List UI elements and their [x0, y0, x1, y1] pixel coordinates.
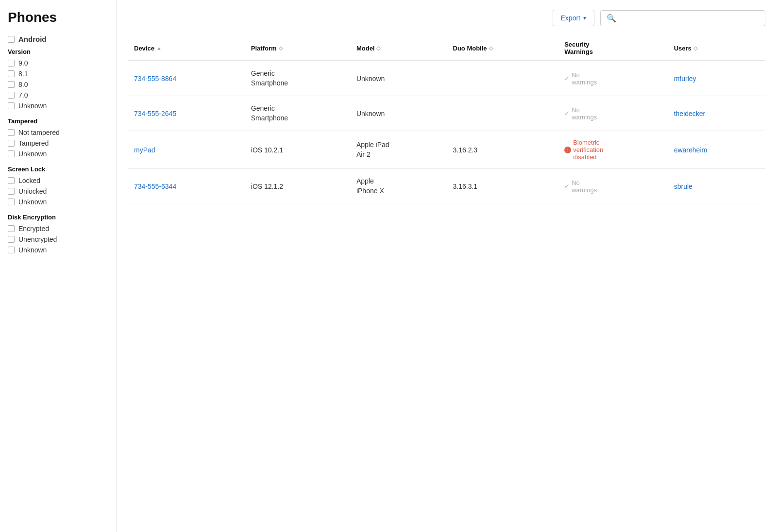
search-icon: 🔍 — [607, 14, 616, 23]
disk-encryption-filter-section: Disk Encryption Encrypted Unencrypted Un… — [8, 214, 108, 254]
platform-sort-icon: ◇ — [279, 45, 283, 51]
user-link[interactable]: theidecker — [674, 110, 706, 117]
device-link[interactable]: 734-555-6344 — [134, 183, 176, 190]
version-70-label: 7.0 — [18, 91, 28, 99]
device-link[interactable]: myPad — [134, 146, 155, 154]
col-users[interactable]: Users ◇ — [668, 36, 765, 61]
col-model[interactable]: Model ◇ — [351, 36, 447, 61]
duo-mobile-cell: 3.16.3.1 — [447, 169, 559, 204]
not-tampered-checkbox[interactable] — [8, 129, 15, 136]
encrypted-label: Encrypted — [18, 225, 49, 233]
platform-value: GenericSmartphone — [251, 104, 288, 122]
tampered-filter-unknown[interactable]: Unknown — [8, 150, 108, 158]
version-81-label: 8.1 — [18, 70, 28, 78]
version-unknown-checkbox[interactable] — [8, 102, 15, 109]
no-warnings-text: Nowarnings — [572, 106, 597, 121]
version-9-checkbox[interactable] — [8, 60, 15, 66]
device-cell: myPad — [128, 131, 245, 169]
android-checkbox[interactable] — [8, 36, 15, 43]
version-filter-unknown[interactable]: Unknown — [8, 102, 108, 110]
screen-lock-filter-locked[interactable]: Locked — [8, 177, 108, 184]
users-cell: theidecker — [668, 96, 765, 131]
model-cell: Apple iPadAir 2 — [351, 131, 447, 169]
table-row: 734-555-8864 GenericSmartphone Unknown ✓ — [128, 61, 765, 96]
device-link[interactable]: 734-555-8864 — [134, 75, 176, 83]
warning-badge-icon: ! — [564, 147, 571, 153]
security-warnings-cell: ✓ Nowarnings — [558, 96, 668, 131]
device-cell: 734-555-6344 — [128, 169, 245, 204]
tampered-unknown-label: Unknown — [18, 150, 47, 158]
model-cell: Unknown — [351, 61, 447, 96]
disk-encryption-filter-unknown[interactable]: Unknown — [8, 246, 108, 254]
model-col-label: Model — [356, 45, 375, 52]
export-label: Export — [561, 14, 580, 22]
version-section-title: Version — [8, 48, 108, 55]
tampered-unknown-checkbox[interactable] — [8, 150, 15, 157]
no-warnings-text: Nowarnings — [572, 179, 597, 194]
model-cell: Unknown — [351, 96, 447, 131]
device-sort-icon: ▲ — [156, 45, 162, 51]
version-81-checkbox[interactable] — [8, 70, 15, 77]
android-filter-header[interactable]: Android — [8, 35, 108, 43]
user-link[interactable]: ewareheim — [674, 146, 707, 154]
unlocked-checkbox[interactable] — [8, 188, 15, 195]
encryption-unknown-checkbox[interactable] — [8, 247, 15, 253]
export-button[interactable]: Export ▾ — [553, 10, 594, 26]
encrypted-checkbox[interactable] — [8, 225, 15, 232]
security-warnings-cell: ✓ Nowarnings — [558, 61, 668, 96]
user-link[interactable]: sbrule — [674, 183, 693, 190]
no-warnings-indicator: ✓ Nowarnings — [564, 179, 662, 194]
version-70-checkbox[interactable] — [8, 92, 15, 99]
version-filter-81[interactable]: 8.1 — [8, 70, 108, 78]
screen-lock-filter-unknown[interactable]: Unknown — [8, 198, 108, 206]
platform-cell: GenericSmartphone — [245, 61, 351, 96]
screen-lock-filter-section: Screen Lock Locked Unlocked Unknown — [8, 166, 108, 206]
table-row: 734-555-2645 GenericSmartphone Unknown ✓ — [128, 96, 765, 131]
duo-mobile-sort-icon: ◇ — [489, 45, 493, 51]
device-link[interactable]: 734-555-2645 — [134, 110, 176, 117]
users-col-label: Users — [674, 45, 692, 52]
disk-encryption-filter-unencrypted[interactable]: Unencrypted — [8, 235, 108, 243]
checkmark-icon: ✓ — [564, 183, 570, 190]
screen-lock-filter-unlocked[interactable]: Unlocked — [8, 187, 108, 195]
no-warnings-indicator: ✓ Nowarnings — [564, 71, 662, 86]
users-cell: sbrule — [668, 169, 765, 204]
screen-lock-unknown-checkbox[interactable] — [8, 199, 15, 205]
tampered-label: Tampered — [18, 139, 49, 147]
search-input[interactable] — [620, 14, 759, 22]
platform-cell: iOS 10.2.1 — [245, 131, 351, 169]
col-platform[interactable]: Platform ◇ — [245, 36, 351, 61]
security-warnings-cell: ✓ Nowarnings — [558, 169, 668, 204]
version-filter-80[interactable]: 8.0 — [8, 81, 108, 88]
col-duo-mobile[interactable]: Duo Mobile ◇ — [447, 36, 559, 61]
checkmark-icon: ✓ — [564, 110, 570, 117]
version-filter-70[interactable]: 7.0 — [8, 91, 108, 99]
device-cell: 734-555-2645 — [128, 96, 245, 131]
search-box[interactable]: 🔍 — [600, 10, 765, 26]
warning-text: Biometricverificationdisabled — [573, 139, 603, 161]
tampered-filter-not[interactable]: Not tampered — [8, 129, 108, 136]
disk-encryption-filter-encrypted[interactable]: Encrypted — [8, 225, 108, 233]
page-title: Phones — [8, 10, 108, 25]
platform-cell: iOS 12.1.2 — [245, 169, 351, 204]
locked-checkbox[interactable] — [8, 177, 15, 184]
device-col-label: Device — [134, 45, 154, 52]
platform-value: GenericSmartphone — [251, 69, 288, 87]
version-filter-9[interactable]: 9.0 — [8, 59, 108, 67]
users-cell: mfurley — [668, 61, 765, 96]
col-device[interactable]: Device ▲ — [128, 36, 245, 61]
user-link[interactable]: mfurley — [674, 75, 696, 83]
tampered-filter-yes[interactable]: Tampered — [8, 139, 108, 147]
duo-mobile-cell: 3.16.2.3 — [447, 131, 559, 169]
version-80-checkbox[interactable] — [8, 81, 15, 88]
toolbar: Export ▾ 🔍 — [128, 10, 765, 26]
tampered-checkbox[interactable] — [8, 140, 15, 147]
locked-label: Locked — [18, 177, 40, 184]
platform-col-label: Platform — [251, 45, 277, 52]
platform-cell: GenericSmartphone — [245, 96, 351, 131]
unencrypted-checkbox[interactable] — [8, 236, 15, 243]
duo-mobile-col-label: Duo Mobile — [453, 45, 487, 52]
device-cell: 734-555-8864 — [128, 61, 245, 96]
android-label: Android — [18, 35, 47, 43]
disk-encryption-section-title: Disk Encryption — [8, 214, 108, 221]
